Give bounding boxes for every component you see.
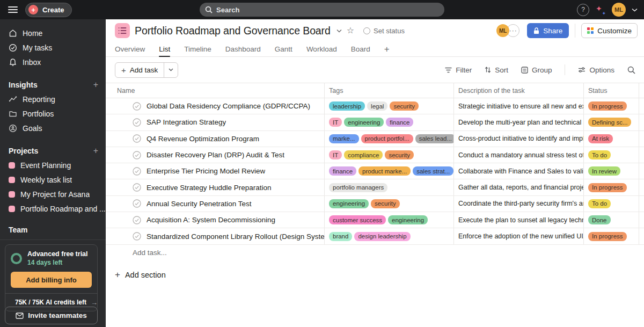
tag-chip[interactable]: marke... (329, 134, 359, 143)
task-status-cell[interactable]: Done (583, 212, 639, 228)
tag-chip[interactable]: portfolio managers (329, 183, 387, 192)
task-name[interactable]: SAP Integration Strategy (147, 118, 226, 126)
tag-chip[interactable]: sales strat... (413, 166, 453, 176)
status-chip[interactable]: In progress (588, 232, 627, 241)
status-chip[interactable]: Defining sc... (588, 118, 631, 127)
task-name[interactable]: Disaster Recovery Plan (DRP) Audit & Tes… (147, 151, 284, 159)
task-name[interactable]: Acquisition A: System Decommissioning (147, 216, 275, 224)
task-description-cell[interactable]: Gather all data, reports, and financial … (453, 179, 583, 195)
tag-chip[interactable]: engineering (388, 215, 428, 224)
task-name[interactable]: Executive Strategy Huddle Preparation (147, 184, 272, 192)
task-status-cell[interactable]: In review (583, 163, 639, 179)
task-name-cell[interactable]: Enterprise Tier Pricing Model Review (106, 163, 324, 179)
tag-chip[interactable]: IT (329, 150, 342, 159)
tag-chip[interactable]: security (385, 150, 414, 159)
task-check-icon[interactable] (133, 102, 141, 111)
status-chip[interactable]: To do (588, 150, 611, 159)
share-button[interactable]: Share (527, 23, 569, 38)
task-status-cell[interactable]: To do (583, 196, 639, 212)
table-row[interactable]: Acquisition A: System Decommissioningcus… (106, 212, 644, 228)
tag-chip[interactable]: finance (386, 118, 413, 127)
task-status-cell[interactable]: To do (583, 147, 639, 163)
chevron-down-icon[interactable] (632, 8, 638, 12)
tab-gantt[interactable]: Gantt (275, 42, 292, 56)
column-header-description[interactable]: Description of the task (453, 83, 583, 98)
table-row[interactable]: Standardized Component Library Rollout (… (106, 228, 644, 244)
task-status-cell[interactable]: In progress (583, 179, 639, 195)
task-description-cell[interactable]: Develop the multi-year plan and technica… (453, 114, 583, 130)
task-name[interactable]: Standardized Component Library Rollout (… (147, 232, 324, 241)
task-status-cell[interactable]: At risk (583, 131, 639, 147)
member-avatar[interactable]: ML (496, 24, 509, 37)
set-status-button[interactable]: Set status (363, 27, 405, 35)
sidebar-project-item[interactable]: Portfolio Roadmap and ... (0, 201, 106, 216)
task-name-cell[interactable]: Annual Security Penetration Test (106, 196, 324, 212)
tag-chip[interactable]: product marke... (358, 166, 411, 176)
sidebar-item-home[interactable]: Home (0, 26, 106, 40)
options-button[interactable]: Options (578, 66, 614, 74)
sidebar-item-goals[interactable]: Goals (0, 121, 106, 135)
add-billing-button[interactable]: Add billing info (11, 272, 92, 288)
task-check-icon[interactable] (133, 134, 141, 143)
task-name-cell[interactable]: Executive Strategy Huddle Preparation (106, 179, 324, 195)
table-row[interactable]: Annual Security Penetration Testengineer… (106, 196, 644, 212)
tab-board[interactable]: Board (351, 42, 370, 56)
task-description-cell[interactable]: Execute the plan to sunset all legacy te… (453, 212, 583, 228)
status-chip[interactable]: In progress (588, 183, 627, 192)
sidebar-section-team[interactable]: Team (0, 223, 106, 236)
title-chevron-icon[interactable] (336, 29, 342, 33)
status-chip[interactable]: In review (588, 166, 620, 176)
help-button[interactable]: ? (577, 4, 589, 16)
sidebar-item-my-tasks[interactable]: My tasks (0, 40, 106, 55)
add-project-button[interactable]: + (93, 146, 98, 156)
tab-timeline[interactable]: Timeline (184, 42, 211, 56)
sidebar-item-portfolios[interactable]: Portfolios (0, 106, 106, 121)
user-avatar[interactable]: ML (612, 3, 626, 17)
project-icon[interactable] (115, 23, 130, 38)
tag-chip[interactable]: IT (329, 118, 342, 127)
add-section-button[interactable]: + Add section (106, 270, 644, 280)
filter-button[interactable]: Filter (445, 66, 472, 74)
status-chip[interactable]: At risk (588, 134, 613, 143)
table-row[interactable]: Global Data Residency Compliance (GDPR/C… (106, 98, 644, 114)
task-description-cell[interactable]: Strategic initiative to ensure all new a… (453, 98, 583, 114)
task-status-cell[interactable]: In progress (583, 98, 639, 114)
tag-chip[interactable]: engineering (329, 199, 369, 208)
task-status-cell[interactable]: In progress (583, 228, 639, 244)
task-description-cell[interactable]: Collaborate with Finance and Sales to va… (453, 163, 583, 179)
task-name-cell[interactable]: SAP Integration Strategy (106, 114, 324, 130)
tag-chip[interactable]: finance (329, 166, 356, 176)
tag-chip[interactable]: design leadership (354, 232, 410, 241)
sidebar-project-item[interactable]: My Project for Asana (0, 187, 106, 201)
tag-chip[interactable]: security (390, 101, 419, 111)
tag-chip[interactable]: customer success (329, 215, 386, 224)
task-name-cell[interactable]: Acquisition A: System Decommissioning (106, 212, 324, 228)
status-chip[interactable]: Done (588, 215, 611, 224)
task-name[interactable]: Global Data Residency Compliance (GDPR/C… (147, 102, 310, 110)
tag-chip[interactable]: engineering (344, 118, 384, 127)
table-row[interactable]: SAP Integration StrategyITengineeringfin… (106, 114, 644, 130)
task-check-icon[interactable] (133, 118, 141, 127)
add-insight-button[interactable]: + (93, 80, 98, 90)
task-description-cell[interactable]: Conduct a mandatory annual stress test o… (453, 147, 583, 163)
tag-chip[interactable]: compliance (344, 150, 383, 159)
task-name[interactable]: Q4 Revenue Optimization Program (147, 135, 259, 143)
column-header-name[interactable]: Name (106, 83, 324, 98)
tag-chip[interactable]: legal (367, 101, 387, 111)
add-task-dropdown[interactable] (164, 63, 178, 77)
tab-list[interactable]: List (159, 42, 170, 56)
task-check-icon[interactable] (133, 216, 141, 224)
search-input[interactable]: Search (200, 3, 444, 17)
invite-teammates-button[interactable]: Invite teammates (5, 307, 98, 324)
column-header-tags[interactable]: Tags (324, 83, 453, 98)
sidebar-project-item[interactable]: Event Planning (0, 158, 106, 172)
task-check-icon[interactable] (133, 151, 141, 159)
task-description-cell[interactable]: Coordinate the third-party security firm… (453, 196, 583, 212)
task-check-icon[interactable] (133, 167, 141, 176)
add-tab-button[interactable]: + (384, 42, 390, 56)
task-check-icon[interactable] (133, 199, 141, 208)
sidebar-item-reporting[interactable]: Reporting (0, 92, 106, 106)
tag-chip[interactable]: brand (329, 232, 352, 241)
sidebar-item-inbox[interactable]: Inbox (0, 55, 106, 69)
task-name-cell[interactable]: Disaster Recovery Plan (DRP) Audit & Tes… (106, 147, 324, 163)
